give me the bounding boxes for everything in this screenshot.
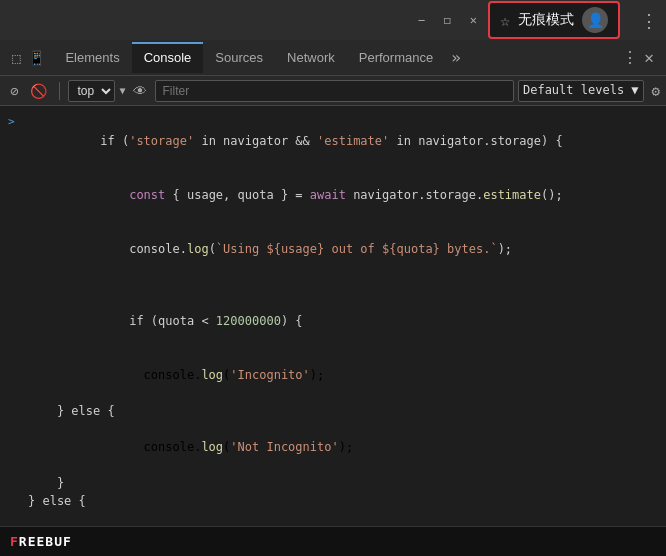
block-icon[interactable]: 🚫	[26, 81, 51, 101]
toolbar-separator	[59, 82, 60, 100]
code-block: > if ('storage' in navigator && 'estimat…	[0, 112, 666, 526]
maximize-button[interactable]: ◻	[438, 11, 456, 29]
code-prompt-arrow: >	[8, 114, 24, 131]
freebuf-logo: FREEBUF	[10, 534, 72, 549]
code-line-3: console.log(`Using ${usage} out of ${quo…	[8, 222, 658, 276]
devtools-left-icons: ⬚ 📱	[4, 48, 53, 68]
code-line-6: console.log('Incognito');	[8, 348, 658, 402]
code-line-4	[8, 276, 658, 294]
code-line-5: if (quota < 120000000) {	[8, 294, 658, 348]
console-toolbar: ⊘ 🚫 top ▼ 👁 Default levels ▼ ⚙	[0, 76, 666, 106]
code-line-10: } else {	[8, 492, 658, 510]
browser-menu-button[interactable]: ⋮	[640, 10, 658, 31]
more-tabs-button[interactable]: »	[445, 48, 467, 67]
logo-text: REEBUF	[19, 534, 72, 549]
minimize-button[interactable]: −	[412, 11, 430, 29]
code-line-11: console.log('Can not detect');	[8, 510, 658, 526]
code-line-7: } else {	[8, 402, 658, 420]
tab-sources[interactable]: Sources	[203, 42, 275, 73]
log-levels-dropdown[interactable]: Default levels ▼	[518, 80, 644, 102]
devtools-tabbar: ⬚ 📱 Elements Console Sources Network Per…	[0, 40, 666, 76]
tab-elements[interactable]: Elements	[53, 42, 131, 73]
filter-input[interactable]	[155, 80, 514, 102]
incognito-bar: ☆ 无痕模式 👤	[488, 1, 620, 39]
clear-console-icon[interactable]: ⊘	[6, 81, 22, 101]
inspect-element-icon[interactable]: ⬚	[10, 48, 22, 68]
eye-icon[interactable]: 👁	[129, 81, 151, 101]
star-icon[interactable]: ☆	[500, 11, 510, 30]
code-line-9: }	[8, 474, 658, 492]
tab-performance[interactable]: Performance	[347, 42, 445, 73]
tab-network[interactable]: Network	[275, 42, 347, 73]
devtools-settings: ⋮ ✕	[622, 48, 662, 67]
incognito-avatar-icon[interactable]: 👤	[582, 7, 608, 33]
incognito-label: 无痕模式	[518, 11, 574, 29]
browser-titlebar: − ◻ ✕ ☆ 无痕模式 👤 ⋮	[0, 0, 666, 40]
tab-console[interactable]: Console	[132, 42, 204, 73]
close-button[interactable]: ✕	[464, 11, 482, 29]
code-line-2: const { usage, quota } = await navigator…	[8, 168, 658, 222]
settings-gear-icon[interactable]: ⚙	[652, 83, 660, 99]
window-controls: − ◻ ✕	[412, 11, 482, 29]
device-toolbar-icon[interactable]: 📱	[26, 48, 47, 68]
code-line-1: > if ('storage' in navigator && 'estimat…	[8, 114, 658, 168]
logo-f-icon: F	[10, 534, 19, 549]
console-output-area: > if ('storage' in navigator && 'estimat…	[0, 106, 666, 526]
dropdown-arrow-icon: ▼	[119, 85, 125, 96]
devtools-close-icon[interactable]: ✕	[644, 48, 654, 67]
code-line-8: console.log('Not Incognito');	[8, 420, 658, 474]
browser-footer: FREEBUF	[0, 526, 666, 556]
devtools-more-options-icon[interactable]: ⋮	[622, 48, 638, 67]
context-selector[interactable]: top	[68, 80, 115, 102]
devtools-panel: ⬚ 📱 Elements Console Sources Network Per…	[0, 40, 666, 526]
